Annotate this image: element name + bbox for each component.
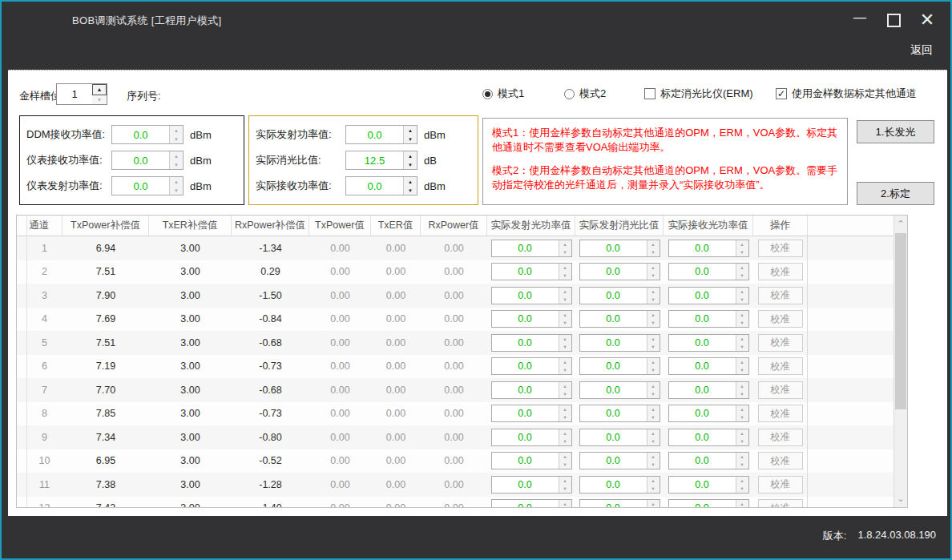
table-header-cell[interactable]: 实际发射光功率值 (487, 216, 575, 236)
gold-slot-spinner[interactable]: 1 ▲ ▼ (56, 83, 107, 105)
erm-calibrate-checkbox[interactable]: 标定消光比仪(ERM) (644, 87, 753, 101)
spinner-arrows-icon[interactable]: ▲▼ (647, 477, 660, 493)
actual-tx-power-spinner[interactable]: 0.0▲▼ (491, 263, 572, 280)
actual-er-spinner[interactable]: 0.0▲▼ (579, 287, 660, 304)
actual-tx-power-spinner[interactable]: 0.0▲▼ (491, 452, 572, 469)
actual-tx-power-spinner[interactable]: 0.0▲▼ (491, 499, 572, 507)
spinner-arrows-icon[interactable]: ▲▼ (559, 358, 571, 374)
minimize-button[interactable]: — (849, 10, 870, 30)
spinner-arrows-icon[interactable]: ▲▼ (736, 264, 748, 280)
spinner-arrows-icon[interactable]: ▲▼ (559, 264, 571, 280)
actual-er-spinner[interactable]: 12.5 ▲▼ (345, 151, 418, 170)
actual-rx-power-spinner[interactable]: 0.0▲▼ (668, 287, 749, 304)
actual-er-spinner[interactable]: 0.0▲▼ (579, 452, 660, 469)
spinner-arrows-icon[interactable]: ▲▼ (736, 405, 748, 421)
actual-tx-power-spinner[interactable]: 0.0 ▲▼ (345, 125, 418, 144)
spinner-arrows-icon[interactable]: ▲▼ (736, 335, 748, 351)
spinner-arrows-icon[interactable]: ▲▼ (403, 177, 417, 195)
table-header-cell[interactable]: TxPower值 (309, 216, 371, 236)
actual-rx-power-spinner[interactable]: 0.0▲▼ (668, 499, 749, 507)
spinner-arrows-icon[interactable]: ▲▼ (559, 240, 571, 256)
table-header-cell[interactable]: TxER补偿值 (149, 216, 232, 236)
mode2-radio[interactable]: 模式2 (564, 87, 606, 101)
spinner-arrows-icon[interactable]: ▲▼ (647, 335, 660, 351)
row-calibrate-button[interactable]: 校准 (758, 334, 803, 352)
mode1-radio[interactable]: 模式1 (482, 87, 524, 101)
actual-tx-power-spinner[interactable]: 0.0▲▼ (491, 357, 572, 375)
actual-rx-power-spinner[interactable]: 0.0▲▼ (668, 381, 749, 399)
actual-tx-power-spinner[interactable]: 0.0▲▼ (491, 240, 572, 257)
actual-tx-power-spinner[interactable]: 0.0▲▼ (491, 429, 572, 446)
spinner-arrows-icon[interactable]: ▲▼ (647, 500, 660, 507)
row-calibrate-button[interactable]: 校准 (758, 263, 803, 280)
table-header-cell[interactable]: TxPower补偿值 (63, 216, 149, 236)
spinner-arrows-icon[interactable]: ▲▼ (736, 288, 748, 304)
slot-spinner-up-icon[interactable]: ▲ (92, 84, 107, 95)
scroll-down-icon[interactable]: ⌄ (894, 492, 907, 506)
spinner-arrows-icon[interactable]: ▲▼ (559, 288, 571, 304)
maximize-button[interactable] (883, 10, 904, 30)
table-scrollbar[interactable]: ⌃ ⌄ (894, 216, 907, 507)
actual-tx-power-spinner[interactable]: 0.0▲▼ (491, 287, 572, 304)
scroll-up-icon[interactable]: ⌃ (894, 217, 907, 231)
actual-rx-power-spinner[interactable]: 0.0▲▼ (668, 452, 749, 469)
row-calibrate-button[interactable]: 校准 (758, 310, 803, 328)
spinner-arrows-icon[interactable]: ▲▼ (736, 429, 748, 445)
actual-er-spinner[interactable]: 0.0▲▼ (579, 429, 660, 446)
spinner-arrows-icon[interactable]: ▲▼ (647, 358, 660, 374)
spinner-arrows-icon[interactable]: ▲▼ (559, 405, 571, 421)
actual-er-spinner[interactable]: 0.0▲▼ (579, 310, 660, 328)
actual-er-spinner[interactable]: 0.0▲▼ (579, 381, 660, 399)
spinner-arrows-icon[interactable]: ▲▼ (736, 311, 748, 327)
spinner-arrows-icon[interactable]: ▲▼ (559, 335, 571, 351)
actual-er-spinner[interactable]: 0.0▲▼ (579, 499, 660, 507)
row-calibrate-button[interactable]: 校准 (758, 357, 803, 375)
table-header-cell[interactable]: 操作 (753, 216, 808, 236)
spinner-arrows-icon[interactable]: ▲▼ (559, 429, 571, 445)
actual-rx-power-spinner[interactable]: 0.0▲▼ (668, 405, 749, 422)
spinner-arrows-icon[interactable]: ▲▼ (647, 240, 660, 256)
spinner-arrows-icon[interactable]: ▲▼ (559, 311, 571, 327)
spinner-arrows-icon[interactable]: ▲▼ (736, 240, 748, 256)
spinner-arrows-icon[interactable]: ▲▼ (647, 405, 660, 421)
table-header-cell[interactable]: RxPower补偿值 (232, 216, 309, 236)
spinner-arrows-icon[interactable]: ▲▼ (403, 151, 417, 169)
long-light-button[interactable]: 1.长发光 (857, 120, 934, 143)
slot-spinner-down-icon[interactable]: ▼ (92, 95, 107, 105)
spinner-arrows-icon[interactable]: ▲▼ (736, 453, 748, 469)
table-header-cell[interactable]: TxER值 (371, 216, 421, 236)
spinner-arrows-icon[interactable]: ▲▼ (559, 453, 571, 469)
actual-rx-power-spinner[interactable]: 0.0▲▼ (668, 240, 749, 257)
spinner-arrows-icon[interactable]: ▲▼ (647, 453, 660, 469)
ddm-rx-power-spinner[interactable]: 0.0 ▲▼ (111, 125, 184, 144)
actual-tx-power-spinner[interactable]: 0.0▲▼ (491, 334, 572, 352)
actual-tx-power-spinner[interactable]: 0.0▲▼ (491, 381, 572, 399)
spinner-arrows-icon[interactable]: ▲▼ (736, 500, 748, 507)
actual-rx-power-spinner[interactable]: 0.0▲▼ (668, 429, 749, 446)
actual-er-spinner[interactable]: 0.0▲▼ (579, 263, 660, 280)
spinner-arrows-icon[interactable]: ▲▼ (559, 477, 571, 493)
spinner-arrows-icon[interactable]: ▲▼ (647, 429, 660, 445)
calibrate-button[interactable]: 2.标定 (857, 182, 934, 205)
spinner-arrows-icon[interactable]: ▲▼ (559, 500, 571, 507)
spinner-arrows-icon[interactable]: ▲▼ (169, 126, 183, 143)
spinner-arrows-icon[interactable]: ▲▼ (647, 311, 660, 327)
actual-er-spinner[interactable]: 0.0▲▼ (579, 476, 660, 494)
actual-tx-power-spinner[interactable]: 0.0▲▼ (491, 476, 572, 494)
actual-rx-power-spinner[interactable]: 0.0▲▼ (668, 476, 749, 494)
scrollbar-thumb[interactable] (895, 233, 906, 409)
spinner-arrows-icon[interactable]: ▲▼ (736, 358, 748, 374)
spinner-arrows-icon[interactable]: ▲▼ (736, 382, 748, 398)
table-header-cell[interactable]: RxPower值 (421, 216, 487, 236)
actual-er-spinner[interactable]: 0.0▲▼ (579, 240, 660, 257)
back-link[interactable]: 返回 (910, 43, 933, 58)
actual-rx-power-spinner[interactable]: 0.0▲▼ (668, 263, 749, 280)
actual-rx-power-spinner[interactable]: 0.0▲▼ (668, 310, 749, 328)
meter-tx-power-spinner[interactable]: 0.0 ▲▼ (111, 176, 184, 195)
row-calibrate-button[interactable]: 校准 (758, 452, 803, 469)
table-header-cell[interactable]: 实际接收光功率值 (664, 216, 753, 236)
use-gold-data-checkbox[interactable]: ✓ 使用金样数据标定其他通道 (776, 87, 917, 101)
actual-rx-power-spinner[interactable]: 0.0▲▼ (668, 334, 749, 352)
close-button[interactable]: ✕ (917, 10, 938, 30)
meter-rx-power-spinner[interactable]: 0.0 ▲▼ (111, 151, 184, 170)
